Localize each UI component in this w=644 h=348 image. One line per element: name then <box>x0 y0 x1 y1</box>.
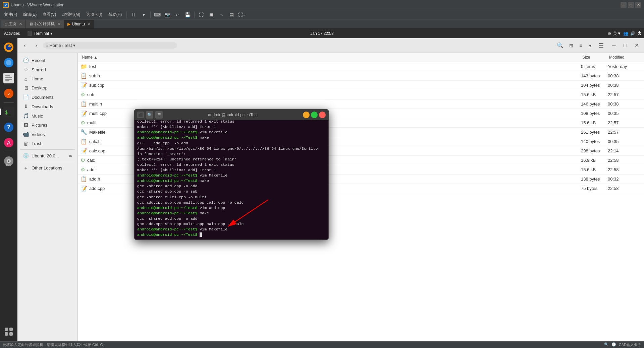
menu-edit[interactable]: 编辑(E) <box>20 11 39 18</box>
topbar-volume-icon[interactable]: 🔊 <box>630 31 635 36</box>
activities-button[interactable]: Activities <box>0 29 24 38</box>
file-row[interactable]: 📋 multi.h 146 bytes 00:38 <box>78 99 644 109</box>
terminal-close-button[interactable]: ✕ <box>319 112 326 118</box>
snapshot-btn[interactable]: 📷 <box>163 11 172 18</box>
topbar-people-icon[interactable]: 👥 <box>623 31 628 36</box>
tab-mycomputer-close[interactable]: ✕ <box>57 22 60 26</box>
dock-item-ubuntu-sw2[interactable]: A <box>2 136 16 150</box>
sidebar-trash-label: Trash <box>32 141 43 146</box>
fm-list-view-button[interactable]: ≡ <box>576 41 585 50</box>
sidebar-item-pictures[interactable]: 🖼 Pictures <box>19 121 76 130</box>
fm-maximize-button[interactable]: □ <box>621 41 630 50</box>
close-button[interactable]: ✕ <box>635 2 641 8</box>
tab-ubuntu-close[interactable]: ✕ <box>88 22 91 26</box>
sidebar-item-home[interactable]: ⌂ Home <box>19 74 76 83</box>
sidebar-item-desktop[interactable]: 🖥 Desktop <box>19 83 76 92</box>
file-name-text: add.h <box>89 177 100 182</box>
fm-search-button[interactable]: 🔍 <box>555 41 565 50</box>
terminal-maximize-button[interactable]: □ <box>311 112 318 118</box>
dock-item-terminal[interactable]: $_ <box>2 105 16 119</box>
fm-grid-view-button[interactable]: ⊞ <box>567 41 576 50</box>
pause-button[interactable]: ⏸ <box>129 11 138 18</box>
fm-forward-button[interactable]: › <box>32 41 41 50</box>
dock-item-rhythmbox[interactable]: ♪ <box>2 86 16 100</box>
col-modified[interactable]: Modified <box>608 54 641 60</box>
fm-close-button[interactable]: ✕ <box>632 41 641 50</box>
tab-ubuntu[interactable]: ▶ Ubuntu ✕ <box>64 20 94 28</box>
file-icon: ⚙ <box>80 157 85 163</box>
fm-minimize-button[interactable]: ─ <box>609 41 619 50</box>
dock-item-ubuntu-sw[interactable] <box>2 56 16 70</box>
file-modified: 00:38 <box>608 83 641 88</box>
fm-menu-button[interactable]: ☰ <box>596 41 606 50</box>
tab-mycomputer-icon: 🖥 <box>29 22 33 26</box>
dock-item-help[interactable]: ? <box>2 120 16 134</box>
dock-item-files[interactable] <box>2 71 16 85</box>
tab-home-close[interactable]: ✕ <box>19 22 22 26</box>
fm-view-dropdown[interactable]: ▾ <box>586 41 594 50</box>
eject-icon[interactable]: ⏏ <box>68 153 72 158</box>
unity-btn[interactable]: ▣ <box>207 11 216 18</box>
sidebar-item-recent[interactable]: 🕐 Recent <box>19 56 76 65</box>
sidebar-item-videos[interactable]: 📹 Videos <box>19 130 76 139</box>
file-size: 75 bytes <box>581 186 608 191</box>
menu-file[interactable]: 文件(F) <box>1 11 20 18</box>
col-size[interactable]: Size <box>581 54 608 60</box>
minimize-button[interactable]: ─ <box>621 2 627 8</box>
sidebar-item-starred[interactable]: ☆ Starred <box>19 65 76 74</box>
topbar-lang[interactable]: 英▼ <box>613 31 621 37</box>
menu-vm[interactable]: 虚拟机(M) <box>59 11 83 18</box>
fullscreen-dropdown[interactable]: ⛶▾ <box>237 11 246 18</box>
fullscreen-btn2[interactable]: ⤡ <box>217 11 226 18</box>
sidebar-item-music[interactable]: 🎵 Music <box>19 111 76 121</box>
vm-content[interactable]: Activities ⬛ Terminal ▾ Jan 17 22:58 ⊖ 英… <box>0 29 644 341</box>
dock-item-firefox[interactable] <box>2 40 16 54</box>
svg-text:$_: $_ <box>5 110 11 115</box>
breadcrumb-test[interactable]: Test ▾ <box>64 43 75 48</box>
tab-home-label: 主页 <box>8 21 16 27</box>
pause-dropdown[interactable]: ▾ <box>139 11 148 18</box>
terminal-window[interactable]: ⬛ 🔍 ☰ android@android-pc: ~/Test ─ □ ✕ i… <box>134 109 329 240</box>
terminal-search-button[interactable]: 🔍 <box>146 111 153 119</box>
tab-mycomputer[interactable]: 🖥 我的计算机 ✕ <box>26 20 64 28</box>
terminal-content[interactable]: in function `_start':(.text+0x24): undef… <box>135 120 328 239</box>
col-name[interactable]: Name ▲ <box>80 54 554 60</box>
sidebar-item-downloads[interactable]: ⬇ Downloads <box>19 102 76 111</box>
tab-home[interactable]: ⌂ 主页 ✕ <box>1 20 26 28</box>
restore-snapshot[interactable]: ↩ <box>173 11 182 18</box>
sidebar-item-ubuntu-drive[interactable]: 💿 Ubuntu 20.0... ⏏ <box>19 151 76 160</box>
breadcrumb-home[interactable]: ⌂ Home <box>46 43 61 48</box>
save-snapshot[interactable]: 💾 <box>183 11 192 18</box>
send-ctrl-alt-del[interactable]: ⌨ <box>153 11 162 18</box>
dock-item-dvd[interactable]: DVD <box>2 154 16 168</box>
svg-text:A: A <box>7 140 10 146</box>
file-row[interactable]: 📁 test 0 items Yesterday <box>78 62 644 71</box>
sidebar-item-documents[interactable]: 📄 Documents <box>19 92 76 102</box>
topbar-power-icon[interactable]: ⏻ <box>637 31 641 36</box>
sidebar-item-other-locations[interactable]: + Other Locations <box>19 163 76 172</box>
menu-view[interactable]: 查看(V) <box>40 11 59 18</box>
file-row[interactable]: 📋 sub.h 143 bytes 00:38 <box>78 71 644 81</box>
file-icon: 📝 <box>80 185 87 192</box>
file-row[interactable]: 📝 sub.cpp 104 bytes 00:38 <box>78 81 644 90</box>
terminal-menu[interactable]: ⬛ Terminal ▾ <box>24 31 55 36</box>
menu-tabs[interactable]: 选项卡(I) <box>84 11 105 18</box>
sidebar-ubuntu-label: Ubuntu 20.0... <box>32 153 59 158</box>
menu-help[interactable]: 帮助(H) <box>106 11 125 18</box>
file-icon: 📋 <box>80 138 87 145</box>
sidebar-item-trash[interactable]: 🗑 Trash <box>19 139 76 148</box>
fullscreen-btn[interactable]: ⛶ <box>197 11 206 18</box>
dock-item-show-apps[interactable] <box>2 325 16 339</box>
topbar-network-icon[interactable]: ⊖ <box>608 31 611 36</box>
other-locations-icon: + <box>23 165 29 171</box>
file-name-text: sub <box>87 92 94 97</box>
terminal-minimize-button[interactable]: ─ <box>303 112 310 118</box>
fm-back-button[interactable]: ‹ <box>20 41 30 50</box>
ubuntu-topbar: Activities ⬛ Terminal ▾ Jan 17 22:58 ⊖ 英… <box>0 29 644 38</box>
file-modified: 22:58 <box>608 158 641 163</box>
terminal-menu-button[interactable]: ☰ <box>155 111 163 119</box>
file-modified: 22:58 <box>608 167 641 172</box>
console-view[interactable]: ▤ <box>227 11 236 18</box>
restore-button[interactable]: □ <box>628 2 634 8</box>
file-row[interactable]: ⚙ sub 15.6 kB 22:57 <box>78 90 644 99</box>
